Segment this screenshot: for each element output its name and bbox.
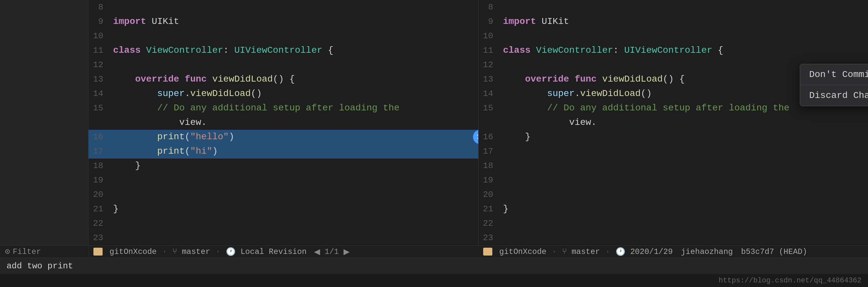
folder-icon-right xyxy=(483,248,492,256)
line-content: } xyxy=(110,159,478,173)
line-number: 14 xyxy=(478,87,500,101)
line-number: 9 xyxy=(478,14,500,29)
code-line-14: 14 super.viewDidLoad() xyxy=(89,87,478,101)
left-code-panel: 89import UIKit1011class ViewController: … xyxy=(89,0,478,245)
line-content: } xyxy=(500,202,868,216)
bottom-left: ⊙ Filter xyxy=(0,246,89,257)
code-line-8: 8 xyxy=(89,0,478,14)
chevron-4: › xyxy=(606,249,609,255)
code-line-13: 13 override func viewDidLoad() { xyxy=(89,72,478,87)
line-content: print("hello") xyxy=(110,130,478,144)
commit-label: add two print xyxy=(6,261,73,271)
line-number: 21 xyxy=(89,202,110,216)
line-content: // Do any additional setup after loading… xyxy=(110,101,478,130)
line-content: } xyxy=(500,130,868,144)
chevron-1: › xyxy=(163,249,166,255)
main-area: 89import UIKit1011class ViewController: … xyxy=(0,0,868,245)
branch-icon-right: ⑂ xyxy=(562,247,567,256)
code-line-16: 16 print("hello")1▾ xyxy=(89,130,478,144)
clock-icon-left: 🕐 xyxy=(226,247,236,257)
chevron-2: › xyxy=(216,249,220,255)
clock-icon-right: 🕐 xyxy=(616,247,625,257)
chevron-3: › xyxy=(553,249,556,255)
context-menu: Don't CommitDiscard Change xyxy=(800,64,868,106)
right-branch-name: master xyxy=(572,247,600,256)
url-text: https://blog.csdn.net/qq_44864362 xyxy=(718,277,862,285)
line-number: 18 xyxy=(478,159,500,173)
line-content: override func viewDidLoad() { xyxy=(110,72,478,87)
code-line-10: 10 xyxy=(89,29,478,43)
right-folder-name: gitOnXcode xyxy=(499,247,547,256)
right-code-content: 89import UIKit1011class ViewController: … xyxy=(478,0,868,245)
line-number: 21 xyxy=(478,202,500,216)
line-number: 17 xyxy=(478,144,500,159)
code-line-12: 12 xyxy=(89,58,478,72)
line-number: 16 xyxy=(478,130,500,144)
line-content: import UIKit xyxy=(500,14,868,29)
code-line-17: 17 xyxy=(478,144,868,159)
code-line-23: 23 xyxy=(89,231,478,245)
line-number: 16 xyxy=(89,130,110,144)
left-revision-label: Local Revision xyxy=(241,247,307,256)
code-line-11: 11class ViewController: UIViewController… xyxy=(89,43,478,58)
right-date: 2020/1/29 xyxy=(630,247,673,256)
line-number: 20 xyxy=(89,187,110,202)
line-number: 23 xyxy=(478,231,500,245)
line-number: 18 xyxy=(89,159,110,173)
line-content: class ViewController: UIViewController { xyxy=(500,43,868,58)
line-number: 17 xyxy=(89,144,110,159)
line-number: 12 xyxy=(89,58,110,72)
line-number: 19 xyxy=(89,173,110,187)
line-number: 20 xyxy=(478,187,500,202)
code-line-8: 8 xyxy=(478,0,868,14)
line-number: 11 xyxy=(89,43,110,58)
line-content: print("hi") xyxy=(110,144,478,159)
line-content: super.viewDidLoad() xyxy=(110,87,478,101)
line-number: 15 xyxy=(478,101,500,115)
url-bar: https://blog.csdn.net/qq_44864362 xyxy=(0,274,868,287)
bottom-panels: ⊙ Filter gitOnXcode › ⑂ master › 🕐 Local… xyxy=(0,245,868,257)
code-line-15: 15 // Do any additional setup after load… xyxy=(89,101,478,130)
bottom-right: gitOnXcode › ⑂ master › 🕐 2020/1/29 jieh… xyxy=(478,246,868,257)
code-line-22: 22 xyxy=(89,216,478,231)
right-code-panel: 89import UIKit1011class ViewController: … xyxy=(478,0,868,245)
line-number: 13 xyxy=(478,72,500,87)
code-line-17: 17 print("hi") xyxy=(89,144,478,159)
branch-icon-left: ⑂ xyxy=(173,247,177,256)
code-line-18: 18 } xyxy=(89,159,478,173)
code-line-22: 22 xyxy=(478,216,868,231)
filter-area: ⊙ Filter xyxy=(5,246,41,257)
prev-button[interactable]: ◀ xyxy=(311,246,322,257)
line-number: 10 xyxy=(89,29,110,43)
breadcrumb-nav: ◀ 1/1 ▶ xyxy=(311,246,352,257)
line-number: 12 xyxy=(478,58,500,72)
line-number: 14 xyxy=(89,87,110,101)
code-line-10: 10 xyxy=(478,29,868,43)
code-line-19: 19 xyxy=(478,173,868,187)
line-number: 15 xyxy=(89,101,110,115)
page-indicator: 1/1 xyxy=(324,247,339,256)
line-content: class ViewController: UIViewController { xyxy=(110,43,478,58)
code-line-23: 23 xyxy=(478,231,868,245)
right-commit: b53c7d7 (HEAD) xyxy=(741,247,807,256)
code-line-19: 19 xyxy=(89,173,478,187)
context-menu-item-1[interactable]: Discard Change xyxy=(800,85,868,106)
line-number: 19 xyxy=(478,173,500,187)
filter-label: Filter xyxy=(13,247,41,256)
code-line-21: 21} xyxy=(89,202,478,216)
code-line-20: 20 xyxy=(478,187,868,202)
next-button[interactable]: ▶ xyxy=(341,246,352,257)
code-panels: 89import UIKit1011class ViewController: … xyxy=(89,0,868,245)
left-folder-name: gitOnXcode xyxy=(110,247,157,256)
context-menu-item-0[interactable]: Don't Commit xyxy=(800,64,868,85)
line-number: 22 xyxy=(478,216,500,231)
line-number: 10 xyxy=(478,29,500,43)
line-number: 8 xyxy=(89,0,110,14)
left-code-content: 89import UIKit1011class ViewController: … xyxy=(89,0,478,245)
line-number: 11 xyxy=(478,43,500,58)
code-line-11: 11class ViewController: UIViewController… xyxy=(478,43,868,58)
line-number: 9 xyxy=(89,14,110,29)
code-line-9: 9import UIKit xyxy=(478,14,868,29)
code-line-9: 9import UIKit xyxy=(89,14,478,29)
code-line-21: 21} xyxy=(478,202,868,216)
